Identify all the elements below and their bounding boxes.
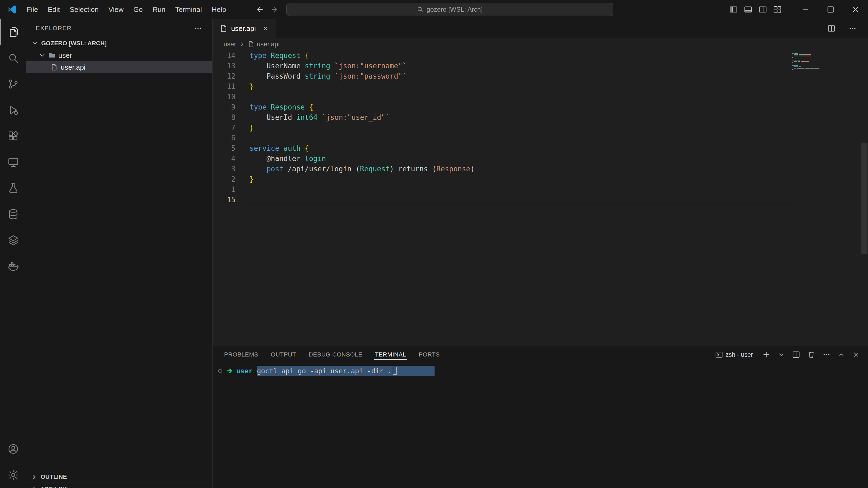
breadcrumb-folder[interactable]: user: [223, 40, 236, 48]
activity-settings[interactable]: [0, 462, 26, 488]
code-line[interactable]: 7}: [213, 123, 868, 133]
menu-terminal[interactable]: Terminal: [170, 0, 207, 19]
activity-database[interactable]: [0, 201, 26, 227]
files-icon: [7, 26, 19, 38]
tab-user-api[interactable]: user.api: [213, 19, 276, 38]
docker-icon: [7, 260, 19, 272]
toggle-panel-icon[interactable]: [744, 5, 752, 14]
breadcrumb-file[interactable]: user.api: [257, 40, 280, 48]
code-line[interactable]: 1: [213, 184, 868, 195]
kill-terminal-icon[interactable]: [807, 351, 815, 359]
terminal-selection: goctl api go -api user.api -dir .: [257, 366, 435, 376]
nav-forward-icon[interactable]: [271, 5, 279, 14]
nav-back-icon[interactable]: [255, 5, 264, 14]
menu-view[interactable]: View: [104, 0, 129, 19]
panel-tab-debug-console[interactable]: DEBUG CONSOLE: [304, 346, 367, 363]
code-line[interactable]: 14type Request {: [213, 51, 868, 61]
command-decoration-icon[interactable]: [218, 369, 222, 373]
code-line[interactable]: 15: [213, 195, 868, 205]
menu-edit[interactable]: Edit: [43, 0, 65, 19]
editor-scrollbar[interactable]: [861, 142, 867, 254]
terminal-command: goctl api go -api user.api -dir .: [257, 367, 392, 375]
panel-tab-terminal[interactable]: TERMINAL: [371, 346, 410, 363]
panel-more-actions-icon[interactable]: [823, 351, 831, 359]
run-debug-icon: [7, 104, 19, 116]
prompt-arrow-icon: [226, 367, 233, 375]
tree-root-folder[interactable]: GOZERO [WSL: ARCH]: [26, 37, 212, 50]
vscode-logo: [7, 5, 17, 14]
menu-go[interactable]: Go: [129, 0, 148, 19]
panel-tab-problems[interactable]: PROBLEMS: [220, 346, 262, 363]
command-center[interactable]: gozero [WSL: Arch]: [286, 3, 613, 16]
explorer-sidebar: EXPLORER GOZERO [WSL: ARCH] user u: [26, 19, 213, 488]
code-line[interactable]: 10: [213, 92, 868, 102]
code-line[interactable]: 3 post /api/user/login (Request) returns…: [213, 164, 868, 174]
close-panel-icon[interactable]: [852, 351, 860, 358]
line-number: 3: [213, 164, 236, 174]
line-number: 6: [213, 133, 236, 143]
sidebar-more-actions-icon[interactable]: [194, 24, 202, 32]
terminal-shell-chip[interactable]: zsh - user: [715, 351, 753, 358]
activity-layers[interactable]: [0, 227, 26, 253]
code-line[interactable]: 2}: [213, 174, 868, 184]
activity-remote-explorer[interactable]: [0, 149, 26, 175]
menu-help[interactable]: Help: [207, 0, 231, 19]
new-terminal-icon[interactable]: [762, 351, 770, 359]
terminal-icon: [715, 351, 723, 358]
layers-icon: [7, 234, 19, 246]
activity-docker[interactable]: [0, 253, 26, 279]
sidebar-title: EXPLORER: [36, 25, 72, 32]
toggle-secondary-sidebar-icon[interactable]: [758, 5, 767, 14]
menu-file[interactable]: File: [22, 0, 43, 19]
menu-run[interactable]: Run: [148, 0, 170, 19]
activity-search[interactable]: [0, 45, 26, 71]
code-line[interactable]: 9type Response {: [213, 102, 868, 112]
panel-tab-output[interactable]: OUTPUT: [267, 346, 300, 363]
terminal-cwd: user: [236, 367, 252, 375]
code-line[interactable]: 8 UserId int64 `json:"user_id"`: [213, 112, 868, 123]
maximize-panel-icon[interactable]: [838, 351, 845, 358]
split-editor-icon[interactable]: [827, 24, 835, 33]
launch-profile-chevron-icon[interactable]: [777, 351, 785, 358]
code-line[interactable]: 11}: [213, 82, 868, 92]
activity-account[interactable]: [0, 436, 26, 462]
activity-explorer[interactable]: [0, 19, 26, 45]
maximize-button[interactable]: [818, 0, 843, 19]
activity-source-control[interactable]: [0, 71, 26, 97]
panel-tab-ports[interactable]: PORTS: [414, 346, 444, 363]
code-editor[interactable]: 14type Request {13 UserName string `json…: [213, 51, 868, 346]
customize-layout-icon[interactable]: [773, 5, 782, 14]
activity-extensions[interactable]: [0, 123, 26, 149]
activity-run-debug[interactable]: [0, 97, 26, 123]
code-line[interactable]: 4 @handler login: [213, 154, 868, 164]
chevron-down-icon: [39, 52, 46, 59]
tree-item-user-folder[interactable]: user: [26, 50, 212, 61]
minimize-button[interactable]: [793, 0, 818, 19]
tree-item-label: user: [58, 51, 72, 60]
breadcrumb[interactable]: user user.api: [213, 38, 868, 51]
panel-header: PROBLEMSOUTPUTDEBUG CONSOLETERMINALPORTS…: [213, 346, 868, 363]
tab-close-icon[interactable]: [262, 25, 269, 32]
code-area: 14type Request {13 UserName string `json…: [213, 51, 868, 205]
menubar: FileEditSelectionViewGoRunTerminalHelp: [22, 0, 231, 19]
terminal-cursor: [393, 367, 397, 375]
line-number: 13: [213, 61, 236, 71]
tree-root-label: GOZERO [WSL: ARCH]: [41, 40, 106, 47]
close-window-button[interactable]: [843, 0, 868, 19]
line-number: 10: [213, 92, 236, 102]
section-timeline[interactable]: TIMELINE: [26, 483, 212, 488]
code-line[interactable]: 6: [213, 133, 868, 143]
split-terminal-icon[interactable]: [792, 351, 800, 359]
section-label: TIMELINE: [41, 485, 69, 488]
menu-selection[interactable]: Selection: [65, 0, 104, 19]
activity-testing[interactable]: [0, 175, 26, 201]
code-line[interactable]: 5service auth {: [213, 143, 868, 154]
editor-more-actions-icon[interactable]: [848, 24, 857, 33]
section-outline[interactable]: OUTLINE: [26, 470, 212, 483]
terminal-content[interactable]: user goctl api go -api user.api -dir .: [213, 363, 868, 488]
tree-item-user-api-file[interactable]: user.api: [26, 61, 212, 73]
code-line[interactable]: 13 UserName string `json:"username"`: [213, 61, 868, 71]
code-line[interactable]: 12 PassWord string `json:"password"`: [213, 71, 868, 82]
minimap[interactable]: [792, 53, 833, 73]
toggle-primary-sidebar-icon[interactable]: [729, 5, 738, 14]
